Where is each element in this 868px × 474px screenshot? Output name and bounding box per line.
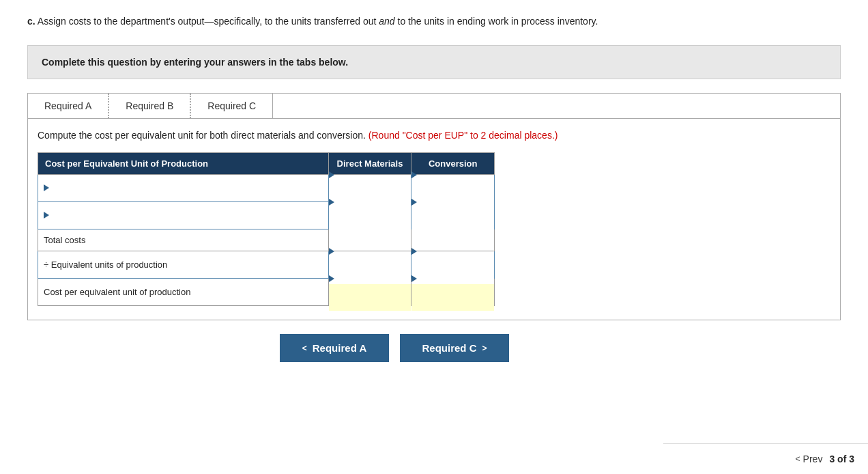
- prev-page-label: Prev: [803, 454, 823, 464]
- next-button-label: Required C: [422, 342, 476, 354]
- next-required-c-button[interactable]: Required C >: [400, 334, 509, 362]
- equiv-units-dm-input[interactable]: [329, 257, 411, 283]
- prev-required-a-button[interactable]: < Required A: [280, 334, 389, 362]
- table-row: ÷ Equivalent units of production: [38, 251, 495, 279]
- col1-header: Cost per Equivalent Unit of Production: [38, 153, 329, 175]
- instruction-box: Complete this question by entering your …: [27, 45, 841, 79]
- col3-header: Conversion: [411, 153, 495, 175]
- prev-button-label: Required A: [313, 342, 366, 354]
- tab-required-c[interactable]: Required C: [191, 94, 273, 118]
- tab-required-b[interactable]: Required B: [109, 94, 191, 118]
- tabs-container: Required A Required B Required C Compute…: [27, 93, 841, 320]
- intro-text2: to the units in ending work in process i…: [395, 16, 598, 27]
- nav-buttons: < Required A Required C >: [280, 334, 841, 362]
- page-total: 3: [849, 454, 854, 464]
- intro-letter: c.: [27, 16, 35, 27]
- total-costs-label: Total costs: [38, 229, 329, 251]
- row2-label: [38, 202, 329, 229]
- tab-note: (Round "Cost per EUP" to 2 decimal place…: [368, 130, 558, 141]
- instruction-text: Complete this question by entering your …: [42, 57, 348, 68]
- equiv-units-dm-cell: [328, 251, 411, 279]
- page-current: 3: [829, 454, 835, 464]
- table-row: Total costs: [38, 229, 495, 251]
- tab-content: Compute the cost per equivalent unit for…: [28, 119, 840, 320]
- equiv-units-label: ÷ Equivalent units of production: [38, 251, 329, 279]
- equiv-units-conv-input[interactable]: [411, 257, 494, 283]
- col2-header: Direct Materials: [328, 153, 411, 175]
- cost-per-eup-conv-input[interactable]: [411, 284, 494, 311]
- total-costs-dm-cell: [328, 229, 411, 251]
- intro-text: Assign costs to the department's output—…: [38, 16, 379, 27]
- page-info: 3 of 3: [829, 454, 854, 464]
- cost-per-eup-dm-input[interactable]: [329, 284, 411, 311]
- row1-label: [38, 175, 329, 202]
- total-costs-conv-input[interactable]: [411, 229, 494, 251]
- tab-desc-text: Compute the cost per equivalent unit for…: [38, 130, 366, 141]
- next-chevron-icon: >: [482, 344, 487, 353]
- row1-dm-cell: [328, 175, 411, 202]
- row1-conv-cell: [411, 175, 495, 202]
- row1-conv-input[interactable]: [411, 180, 494, 207]
- total-costs-dm-input[interactable]: [329, 229, 411, 251]
- footer: < Prev 3 of 3: [663, 443, 868, 474]
- cost-per-eup-label: Cost per equivalent unit of production: [38, 279, 329, 306]
- total-costs-conv-cell: [411, 229, 495, 251]
- page-of: of: [837, 454, 849, 464]
- tab-description: Compute the cost per equivalent unit for…: [38, 128, 830, 143]
- equiv-units-conv-cell: [411, 251, 495, 279]
- intro-italic: and: [379, 16, 394, 27]
- cost-table: Cost per Equivalent Unit of Production D…: [38, 152, 495, 306]
- prev-page-button[interactable]: < Prev: [796, 454, 823, 464]
- prev-chevron-icon: <: [302, 344, 307, 353]
- prev-page-chevron-icon: <: [796, 454, 800, 464]
- main-content: c. Assign costs to the department's outp…: [0, 0, 868, 362]
- tab-required-a[interactable]: Required A: [28, 94, 109, 118]
- tabs-header: Required A Required B Required C: [28, 94, 840, 119]
- row1-dm-input[interactable]: [329, 180, 411, 207]
- table-row: [38, 175, 495, 202]
- intro-paragraph: c. Assign costs to the department's outp…: [27, 14, 841, 29]
